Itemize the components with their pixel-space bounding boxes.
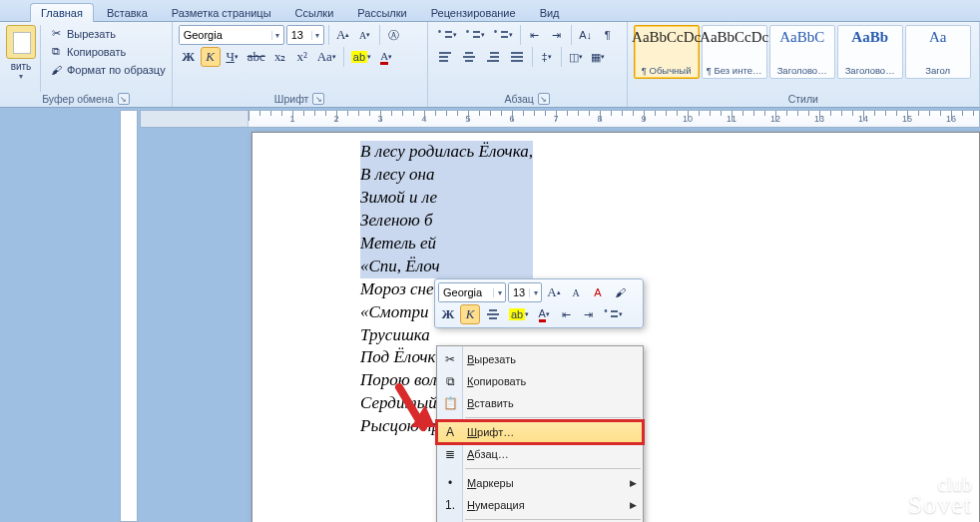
- context-menu-copy[interactable]: ⧉Копировать: [437, 370, 643, 392]
- font-dialog-launcher[interactable]: ↘: [312, 93, 324, 105]
- tab-рецензирование[interactable]: Рецензирование: [420, 3, 527, 22]
- change-case-button[interactable]: Aa▾: [314, 47, 339, 67]
- bullets-icon: [437, 27, 453, 43]
- style-item[interactable]: AaBbЗаголово…: [837, 25, 903, 79]
- bullets-button[interactable]: ▾: [434, 25, 460, 45]
- format-painter-label: Формат по образцу: [67, 64, 166, 76]
- multilevel-button[interactable]: ▾: [490, 25, 516, 45]
- paste-button[interactable]: вить ▾: [6, 25, 41, 92]
- cut-icon: ✂: [442, 351, 458, 367]
- strike-button[interactable]: abc: [245, 47, 268, 67]
- pilcrow-icon: ¶: [605, 29, 611, 41]
- tab-главная[interactable]: Главная: [30, 3, 94, 22]
- underline-button[interactable]: Ч▾: [223, 47, 243, 67]
- paragraph-dialog-launcher[interactable]: ↘: [538, 93, 550, 105]
- context-menu-font[interactable]: AШрифт…: [437, 421, 643, 443]
- superscript-button[interactable]: x²: [292, 47, 312, 67]
- context-menu-paragraph[interactable]: ≣Абзац…: [437, 443, 643, 465]
- document-line[interactable]: Зеленою б: [360, 210, 533, 233]
- context-menu-cut[interactable]: ✂Вырезать: [437, 348, 643, 370]
- align-right-button[interactable]: [482, 47, 504, 67]
- chevron-down-icon[interactable]: ▾: [311, 31, 323, 40]
- tab-ссылки[interactable]: Ссылки: [284, 3, 345, 22]
- context-menu-bullets[interactable]: •Маркеры▶: [437, 472, 643, 494]
- styles-gallery[interactable]: AaBbCcDc¶ ОбычныйAaBbCcDc¶ Без инте…AaBb…: [634, 25, 973, 79]
- decrease-indent-button[interactable]: ⇤: [525, 25, 545, 45]
- cut-button[interactable]: ✂ Вырезать: [49, 25, 166, 42]
- mini-font-name-combo[interactable]: ▾: [438, 282, 506, 302]
- clipboard-dialog-launcher[interactable]: ↘: [118, 93, 130, 105]
- document-line[interactable]: Зимой и ле: [360, 187, 533, 210]
- tab-разметка страницы[interactable]: Разметка страницы: [161, 3, 282, 22]
- subscript-button[interactable]: x₂: [270, 47, 290, 67]
- font-color-button[interactable]: A▾: [376, 47, 396, 67]
- style-item[interactable]: AaBbCЗаголово…: [769, 25, 835, 79]
- tab-вставка[interactable]: Вставка: [96, 3, 159, 22]
- sort-button[interactable]: A↓: [576, 25, 596, 45]
- document-line[interactable]: В лесу она: [360, 164, 533, 187]
- font-size-input[interactable]: [287, 26, 311, 44]
- document-line[interactable]: Метель ей: [360, 233, 533, 256]
- align-center-icon: [485, 306, 501, 322]
- mini-indent-right-button[interactable]: ⇥: [578, 304, 598, 324]
- mini-bullets-button[interactable]: ▾: [600, 304, 626, 324]
- style-item[interactable]: AaBbCcDc¶ Обычный: [634, 25, 700, 79]
- align-center-icon: [461, 49, 477, 65]
- shrink-font-button[interactable]: A▾: [355, 25, 375, 45]
- font-name-combo[interactable]: ▾: [179, 25, 284, 45]
- shading-button[interactable]: ◫▾: [566, 47, 586, 67]
- borders-button[interactable]: ▦▾: [588, 47, 608, 67]
- grow-font-button[interactable]: A▴: [333, 25, 353, 45]
- context-menu-paste[interactable]: 📋Вставить: [437, 392, 643, 414]
- mini-bold-button[interactable]: Ж: [438, 304, 458, 324]
- horizontal-ruler[interactable]: 1234567891011121314151617: [140, 110, 980, 128]
- italic-button[interactable]: К: [201, 47, 221, 67]
- chevron-down-icon[interactable]: ▾: [529, 288, 541, 297]
- justify-icon: [509, 49, 525, 65]
- chevron-down-icon[interactable]: ▾: [493, 288, 505, 297]
- document-line[interactable]: «Спи, Ёлоч: [360, 256, 533, 278]
- chevron-down-icon[interactable]: ▾: [271, 31, 283, 40]
- style-caption: Заголово…: [772, 65, 832, 76]
- document-line[interactable]: В лесу родилась Ёлочка,: [360, 141, 533, 164]
- align-center-button[interactable]: [458, 47, 480, 67]
- mini-font-color-button[interactable]: A▾: [534, 304, 554, 324]
- bucket-icon: ◫: [569, 51, 579, 64]
- mini-font-size-input[interactable]: [509, 283, 529, 301]
- mini-italic-button[interactable]: К: [460, 304, 480, 324]
- mini-font-name-input[interactable]: [439, 283, 493, 301]
- submenu-arrow-icon: ▶: [630, 500, 637, 510]
- show-marks-button[interactable]: ¶: [598, 25, 618, 45]
- tab-вид[interactable]: Вид: [529, 3, 571, 22]
- format-painter-button[interactable]: 🖌 Формат по образцу: [49, 61, 166, 78]
- align-left-button[interactable]: [434, 47, 456, 67]
- style-item[interactable]: AaЗагол: [905, 25, 971, 79]
- font-name-input[interactable]: [180, 26, 271, 44]
- style-item[interactable]: AaBbCcDc¶ Без инте…: [702, 25, 767, 79]
- tab-рассылки[interactable]: Рассылки: [346, 3, 417, 22]
- mini-highlight-button[interactable]: ab▾: [506, 304, 532, 324]
- font-icon: A: [442, 424, 458, 440]
- copy-label: Копировать: [67, 46, 126, 58]
- numbering-button[interactable]: ▾: [462, 25, 488, 45]
- mini-format-painter-button[interactable]: 🖌: [610, 282, 630, 302]
- vertical-ruler[interactable]: [120, 110, 138, 522]
- ribbon-tabs: ГлавнаяВставкаРазметка страницыСсылкиРас…: [0, 0, 980, 22]
- highlight-button[interactable]: ab▾: [348, 47, 374, 67]
- mini-indent-left-button[interactable]: ⇤: [556, 304, 576, 324]
- clear-formatting-button[interactable]: Ⓐ: [384, 25, 404, 45]
- bold-button[interactable]: Ж: [179, 47, 199, 67]
- eraser-icon: Ⓐ: [388, 28, 399, 43]
- increase-indent-button[interactable]: ⇥: [547, 25, 567, 45]
- mini-font-size-combo[interactable]: ▾: [508, 282, 542, 302]
- mini-grow-font-button[interactable]: A▴: [544, 282, 564, 302]
- style-preview: AaBbCcDc: [700, 29, 768, 46]
- mini-align-center-button[interactable]: [482, 304, 504, 324]
- font-size-combo[interactable]: ▾: [286, 25, 324, 45]
- context-menu-numbering[interactable]: 1.Нумерация▶: [437, 494, 643, 516]
- mini-clear-format-button[interactable]: A: [588, 282, 608, 302]
- justify-button[interactable]: [506, 47, 528, 67]
- mini-shrink-font-button[interactable]: A: [566, 282, 586, 302]
- line-spacing-button[interactable]: ‡▾: [537, 47, 557, 67]
- copy-button[interactable]: ⧉ Копировать: [49, 43, 166, 60]
